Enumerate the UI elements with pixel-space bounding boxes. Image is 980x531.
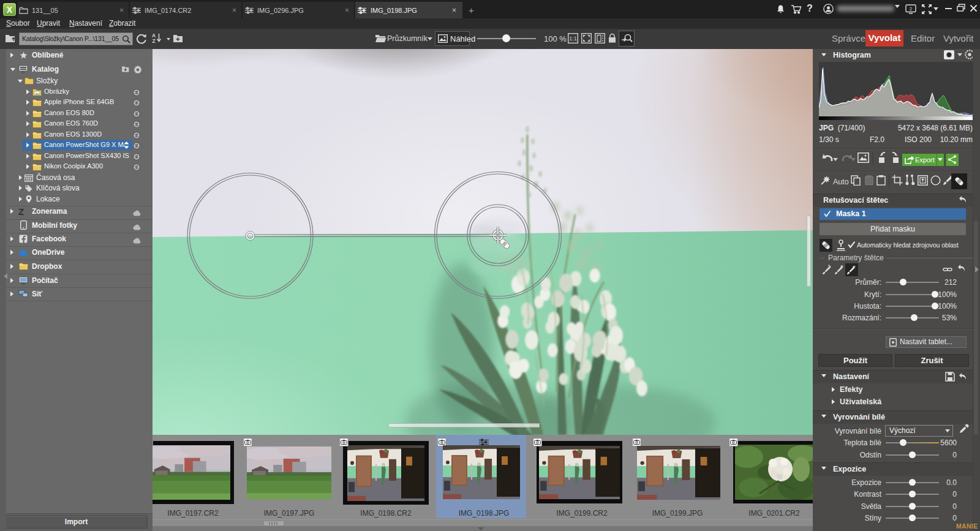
svg-text:2: 2 bbox=[910, 6, 913, 12]
svg-text:1:1: 1:1 bbox=[569, 36, 577, 42]
svg-text:Z: Z bbox=[152, 38, 155, 44]
